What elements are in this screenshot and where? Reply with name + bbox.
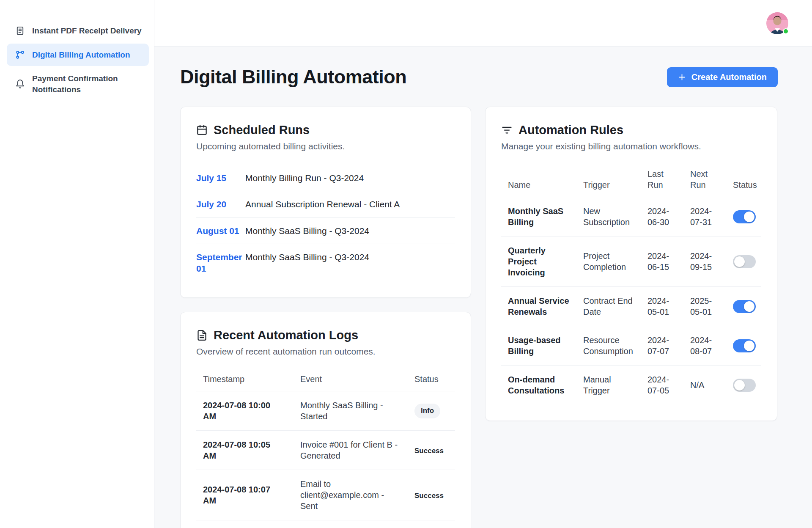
rules-col-last-run: Last Run bbox=[641, 165, 683, 197]
log-row: 2024-07-08 10:07 AM Email to client@exam… bbox=[196, 470, 455, 520]
user-avatar[interactable] bbox=[766, 12, 788, 34]
scheduled-run-item: July 15 Monthly Billing Run - Q3-2024 bbox=[196, 165, 455, 191]
create-automation-label: Create Automation bbox=[691, 72, 767, 82]
receipt-icon bbox=[15, 26, 25, 36]
rule-name: Usage-based Billing bbox=[501, 326, 576, 366]
log-event: Invoice #001 for Client B - Generated bbox=[294, 431, 408, 470]
rules-col-next-run: Next Run bbox=[683, 165, 726, 197]
page-title: Digital Billing Automation bbox=[180, 66, 406, 88]
rule-last-run: 2024-05-01 bbox=[641, 287, 683, 326]
rule-trigger: Project Completion bbox=[576, 236, 641, 287]
run-label: Annual Subscription Renewal - Client A bbox=[245, 198, 455, 210]
app-window: Instant PDF Receipt Delivery Digital Bil… bbox=[0, 0, 812, 528]
rule-last-run: 2024-07-07 bbox=[641, 326, 683, 366]
run-label: Monthly SaaS Billing - Q3-2024 bbox=[245, 225, 455, 236]
rules-col-trigger: Trigger bbox=[576, 165, 641, 197]
rule-row: Monthly SaaS Billing New Subscription 20… bbox=[501, 197, 761, 236]
run-label: Monthly SaaS Billing - Q3-2024 bbox=[245, 251, 455, 275]
rule-row: Quarterly Project Invoicing Project Comp… bbox=[501, 236, 761, 287]
rule-row: On-demand Consultations Manual Trigger 2… bbox=[501, 366, 761, 405]
sidebar: Instant PDF Receipt Delivery Digital Bil… bbox=[0, 0, 154, 528]
automation-rules-title: Automation Rules bbox=[518, 123, 623, 137]
rule-status-toggle[interactable] bbox=[733, 210, 756, 223]
sidebar-item-digital-billing-automation[interactable]: Digital Billing Automation bbox=[7, 44, 149, 66]
sidebar-item-label: Digital Billing Automation bbox=[32, 50, 130, 60]
filter-lines-icon bbox=[501, 124, 513, 136]
rule-name: Annual Service Renewals bbox=[501, 287, 576, 326]
rule-last-run: 2024-07-05 bbox=[641, 366, 683, 405]
automation-logs-card: Recent Automation Logs Overview of recen… bbox=[180, 312, 471, 528]
log-status-text: Success bbox=[414, 492, 444, 500]
rule-row: Annual Service Renewals Contract End Dat… bbox=[501, 287, 761, 326]
rules-col-status: Status bbox=[726, 165, 761, 197]
scheduled-runs-card: Scheduled Runs Upcoming automated billin… bbox=[180, 107, 471, 298]
rule-status-toggle[interactable] bbox=[733, 379, 756, 392]
rule-name: Quarterly Project Invoicing bbox=[501, 236, 576, 287]
rule-trigger: Manual Trigger bbox=[576, 366, 641, 405]
log-event: Email to client@example.com - Sent bbox=[294, 470, 408, 520]
rule-trigger: Contract End Date bbox=[576, 287, 641, 326]
log-timestamp: 2024-07-08 10:05 AM bbox=[196, 431, 294, 470]
log-timestamp: 2024-07-08 10:30 AM bbox=[196, 520, 294, 528]
log-event: Quarterly Project Invoicing - Skipped bbox=[294, 520, 408, 528]
main-area: Digital Billing Automation Create Automa… bbox=[154, 0, 812, 528]
automation-logs-title: Recent Automation Logs bbox=[214, 328, 358, 342]
scheduled-run-item: August 01 Monthly SaaS Billing - Q3-2024 bbox=[196, 217, 455, 244]
log-status-badge: Info bbox=[414, 404, 440, 418]
scheduled-runs-subtitle: Upcoming automated billing activities. bbox=[196, 141, 455, 151]
sidebar-item-label: Instant PDF Receipt Delivery bbox=[32, 25, 142, 36]
automation-rules-table: Name Trigger Last Run Next Run Status Mo… bbox=[501, 165, 761, 404]
rule-next-run: 2025-05-01 bbox=[683, 287, 726, 326]
plus-icon bbox=[678, 73, 686, 81]
run-date: July 20 bbox=[196, 198, 245, 210]
sidebar-item-label: Payment Confirmation Notifications bbox=[32, 73, 144, 95]
rule-next-run: N/A bbox=[683, 366, 726, 405]
create-automation-button[interactable]: Create Automation bbox=[667, 67, 778, 87]
rule-row: Usage-based Billing Resource Consumption… bbox=[501, 326, 761, 366]
scheduled-run-item: July 20 Annual Subscription Renewal - Cl… bbox=[196, 191, 455, 217]
scheduled-runs-title: Scheduled Runs bbox=[214, 123, 310, 137]
run-label: Monthly Billing Run - Q3-2024 bbox=[245, 172, 455, 184]
online-status-dot bbox=[783, 28, 789, 34]
automation-rules-card: Automation Rules Manage your existing bi… bbox=[485, 107, 777, 421]
rule-next-run: 2024-07-31 bbox=[683, 197, 726, 236]
rule-status-toggle[interactable] bbox=[733, 255, 756, 268]
rule-name: On-demand Consultations bbox=[501, 366, 576, 405]
log-row: 2024-07-08 10:05 AM Invoice #001 for Cli… bbox=[196, 431, 455, 470]
rule-next-run: 2024-09-15 bbox=[683, 236, 726, 287]
calendar-icon bbox=[196, 124, 208, 136]
logs-col-timestamp: Timestamp bbox=[196, 370, 294, 391]
rules-col-name: Name bbox=[501, 165, 576, 197]
logs-col-event: Event bbox=[294, 370, 408, 391]
log-event: Monthly SaaS Billing - Started bbox=[294, 391, 408, 431]
bell-icon bbox=[15, 79, 25, 89]
workflow-icon bbox=[15, 50, 25, 60]
page-header: Digital Billing Automation Create Automa… bbox=[180, 66, 778, 88]
rule-trigger: New Subscription bbox=[576, 197, 641, 236]
rule-next-run: 2024-08-07 bbox=[683, 326, 726, 366]
log-row: 2024-07-08 10:30 AM Quarterly Project In… bbox=[196, 520, 455, 528]
file-text-icon bbox=[196, 330, 208, 341]
page-content: Digital Billing Automation Create Automa… bbox=[154, 47, 812, 528]
rule-trigger: Resource Consumption bbox=[576, 326, 641, 366]
automation-logs-table: Timestamp Event Status 2024-07-08 10:00 … bbox=[196, 370, 455, 528]
run-date: September 01 bbox=[196, 251, 245, 275]
automation-rules-subtitle: Manage your existing billing automation … bbox=[501, 141, 761, 151]
topbar bbox=[154, 0, 812, 47]
sidebar-item-payment-confirmation-notifications[interactable]: Payment Confirmation Notifications bbox=[7, 67, 149, 101]
rule-status-toggle[interactable] bbox=[733, 300, 756, 313]
run-date: August 01 bbox=[196, 225, 245, 236]
log-row: 2024-07-08 10:00 AM Monthly SaaS Billing… bbox=[196, 391, 455, 431]
log-status-text: Success bbox=[414, 447, 444, 455]
automation-logs-subtitle: Overview of recent automation run outcom… bbox=[196, 346, 455, 357]
rule-status-toggle[interactable] bbox=[733, 339, 756, 352]
sidebar-item-instant-pdf-receipt-delivery[interactable]: Instant PDF Receipt Delivery bbox=[7, 19, 149, 42]
scheduled-run-item: September 01 Monthly SaaS Billing - Q3-2… bbox=[196, 244, 455, 282]
run-date: July 15 bbox=[196, 172, 245, 184]
logs-col-status: Status bbox=[408, 370, 455, 391]
log-timestamp: 2024-07-08 10:00 AM bbox=[196, 391, 294, 431]
rule-name: Monthly SaaS Billing bbox=[501, 197, 576, 236]
scheduled-runs-list: July 15 Monthly Billing Run - Q3-2024 Ju… bbox=[196, 165, 455, 281]
log-timestamp: 2024-07-08 10:07 AM bbox=[196, 470, 294, 520]
rule-last-run: 2024-06-30 bbox=[641, 197, 683, 236]
